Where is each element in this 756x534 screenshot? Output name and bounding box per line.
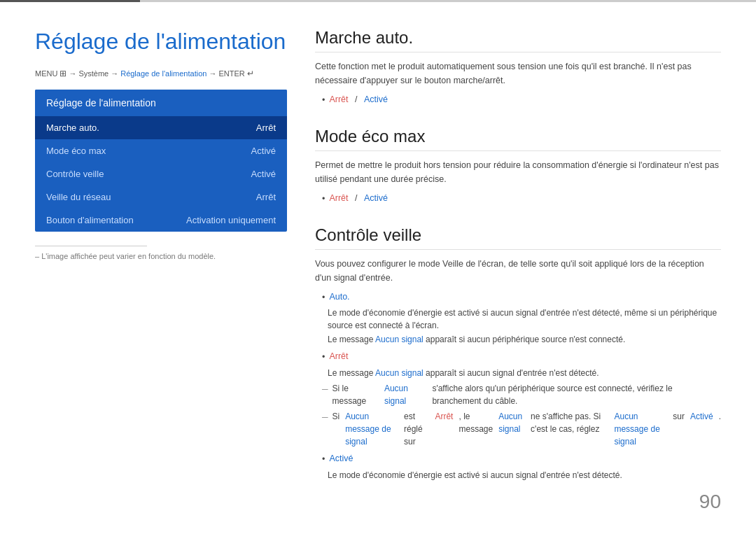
arret-inline: Arrêt (435, 410, 453, 423)
menu-item-bouton-alimentation[interactable]: Bouton d'alimentation Activation uniquem… (35, 209, 287, 232)
breadcrumb: MENU ⊞ → Système → Réglage de l'alimenta… (35, 69, 287, 78)
menu-item-label-mode-eco: Mode éco max (46, 146, 106, 156)
controle-veille-active-list: Activé (322, 452, 721, 466)
menu-item-label-bouton: Bouton d'alimentation (46, 215, 134, 225)
breadcrumb-item-reglage: Réglage de l'alimentation (120, 69, 206, 78)
breadcrumb-menu: MENU (35, 69, 57, 78)
controle-veille-arret-label: Arrêt (329, 350, 348, 363)
menu-box-title: Réglage de l'alimentation (35, 90, 287, 116)
controle-veille-active-desc: Le mode d'économie d'énergie est activé … (328, 469, 721, 482)
aucun-signal-3: Aucun signal (384, 382, 427, 407)
controle-veille-active-label: Activé (329, 452, 353, 465)
section-desc-marche-auto: Cette fonction met le produit automatiqu… (315, 59, 721, 87)
mode-eco-option: Arrêt / Activé (322, 192, 721, 206)
controle-veille-arret-list: Arrêt (322, 350, 721, 364)
menu-item-value-bouton: Activation uniquement (186, 215, 276, 225)
active-inline: Activé (690, 410, 713, 423)
menu-item-label-veille-reseau: Veille du réseau (46, 192, 111, 202)
breadcrumb-arrow-2: → (111, 69, 118, 78)
controle-veille-auto-label: Auto. (329, 290, 349, 304)
note-item-1: Si le message Aucun signal s'affiche alo… (322, 382, 721, 407)
aucun-message-signal-2: Aucun message de signal (614, 410, 667, 448)
controle-veille-auto-item: Auto. (322, 290, 721, 304)
page-number: 90 (699, 491, 721, 513)
breadcrumb-enter: ENTER (218, 69, 244, 78)
section-marche-auto: Marche auto. Cette fonction met le produ… (315, 28, 721, 107)
section-title-controle-veille: Contrôle veille (315, 225, 721, 250)
mode-eco-options: Arrêt / Activé (322, 192, 721, 206)
left-column: Réglage de l'alimentation MENU ⊞ → Systè… (35, 28, 287, 506)
controle-veille-active-item: Activé (322, 452, 721, 466)
aucun-message-signal-1: Aucun message de signal (345, 410, 398, 448)
menu-item-value-mode-eco: Activé (251, 146, 276, 156)
menu-item-mode-eco-max[interactable]: Mode éco max Activé (35, 139, 287, 162)
aucun-signal-1: Aucun signal (375, 335, 424, 344)
section-controle-veille: Contrôle veille Vous pouvez configurer l… (315, 225, 721, 482)
section-mode-eco-max: Mode éco max Permet de mettre le produit… (315, 127, 721, 206)
note-item-2: Si Aucun message de signal est réglé sur… (322, 410, 721, 448)
right-column: Marche auto. Cette fonction met le produ… (315, 28, 721, 506)
menu-box: Réglage de l'alimentation Marche auto. A… (35, 90, 287, 232)
breadcrumb-arrow-1: → (69, 69, 76, 78)
section-desc-mode-eco: Permet de mettre le produit hors tension… (315, 158, 721, 186)
menu-item-label-marche-auto: Marche auto. (46, 122, 99, 133)
mode-eco-active: Activé (364, 192, 388, 205)
section-title-mode-eco-max: Mode éco max (315, 127, 721, 151)
breadcrumb-item-systeme: Système (78, 69, 108, 78)
marche-auto-active: Activé (364, 93, 388, 106)
controle-veille-auto-desc1: Le mode d'économie d'énergie est activé … (328, 307, 721, 332)
footnote-divider (35, 246, 147, 246)
footnote-text: – L'image affichée peut varier en foncti… (35, 252, 287, 260)
menu-item-marche-auto[interactable]: Marche auto. Arrêt (35, 116, 287, 139)
controle-veille-arret-desc1: Le message Aucun signal apparaît si aucu… (328, 367, 721, 379)
menu-item-value-veille-reseau: Arrêt (256, 192, 276, 202)
aucun-signal-2: Aucun signal (375, 368, 424, 378)
marche-auto-option: Arrêt / Activé (322, 93, 721, 107)
section-title-marche-auto: Marche auto. (315, 28, 721, 52)
menu-item-value-marche-auto: Arrêt (256, 122, 276, 133)
controle-veille-auto-list: Auto. (322, 290, 721, 304)
menu-item-label-controle-veille: Contrôle veille (46, 169, 104, 179)
aucun-signal-4: Aucun signal (498, 410, 525, 435)
breadcrumb-menu-icon: ⊞ (59, 69, 66, 78)
menu-item-value-controle-veille: Activé (251, 169, 276, 179)
breadcrumb-enter-icon: ↵ (247, 69, 254, 78)
marche-auto-options: Arrêt / Activé (322, 93, 721, 107)
menu-item-veille-reseau[interactable]: Veille du réseau Arrêt (35, 185, 287, 209)
menu-item-controle-veille[interactable]: Contrôle veille Activé (35, 162, 287, 185)
marche-auto-arret: Arrêt (329, 93, 348, 106)
breadcrumb-arrow-3: → (209, 69, 216, 78)
controle-veille-auto-desc2: Le message Aucun signal apparaît si aucu… (328, 333, 721, 346)
section-desc-controle-veille: Vous pouvez configurer le mode Veille de… (315, 257, 721, 285)
controle-veille-arret-item: Arrêt (322, 350, 721, 364)
page-title: Réglage de l'alimentation (35, 28, 287, 55)
mode-eco-arret: Arrêt (329, 192, 348, 205)
